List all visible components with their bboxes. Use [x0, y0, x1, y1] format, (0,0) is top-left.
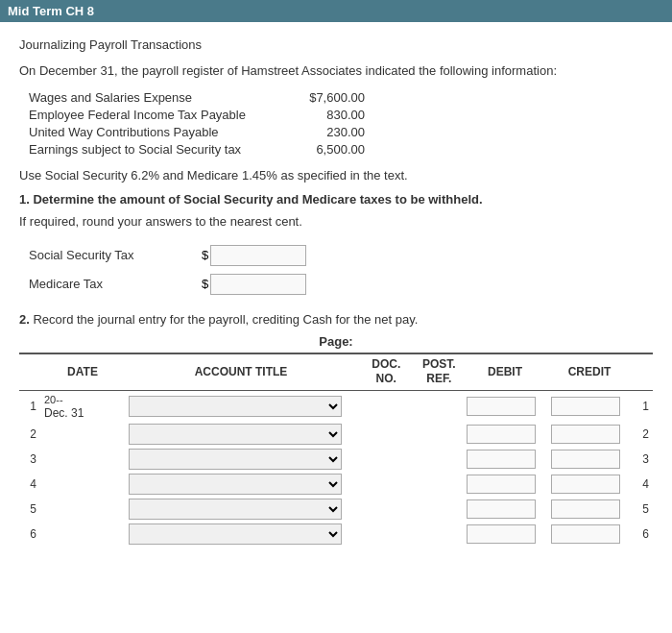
- account-title-cell[interactable]: [125, 390, 357, 422]
- intro-text: On December 31, the payroll register of …: [19, 61, 653, 81]
- col-credit-header: CREDIT: [547, 353, 632, 391]
- row-number-left: 1: [19, 390, 40, 422]
- question2-text: 2. Record the journal entry for the payr…: [19, 312, 653, 327]
- table-row: 66: [19, 522, 653, 547]
- payroll-row-1: Wages and Salaries Expense $7,600.00: [29, 90, 653, 105]
- doc-no-cell: [357, 472, 416, 497]
- payroll-value-3: 230.00: [278, 125, 365, 139]
- debit-cell[interactable]: [463, 390, 547, 422]
- debit-input[interactable]: [467, 450, 536, 469]
- credit-input[interactable]: [551, 475, 620, 494]
- row-number-left: 4: [19, 472, 40, 497]
- credit-input[interactable]: [551, 450, 620, 469]
- table-row: 44: [19, 472, 653, 497]
- date-day: Dec. 31: [44, 406, 84, 420]
- debit-input[interactable]: [467, 499, 536, 519]
- credit-cell[interactable]: [547, 472, 632, 497]
- col-post-header: POST. REF.: [416, 353, 464, 391]
- post-ref-cell: [416, 472, 464, 497]
- doc-no-cell: [357, 422, 416, 447]
- credit-cell[interactable]: [547, 497, 632, 522]
- payroll-label-3: United Way Contributions Payable: [29, 125, 278, 139]
- doc-no-cell: [357, 522, 416, 547]
- post-ref-cell: [416, 422, 464, 447]
- credit-input[interactable]: [551, 499, 620, 519]
- credit-input[interactable]: [551, 524, 620, 544]
- payroll-value-2: 830.00: [278, 108, 365, 122]
- table-row: 120--Dec. 311: [19, 390, 653, 422]
- debit-cell[interactable]: [463, 422, 547, 447]
- post-ref-cell: [416, 390, 464, 422]
- credit-input[interactable]: [551, 397, 620, 416]
- medicare-input[interactable]: [210, 274, 306, 295]
- date-cell: [40, 497, 125, 522]
- question1-text: 1. Determine the amount of Social Securi…: [19, 192, 653, 207]
- col-account-header: ACCOUNT TITLE: [125, 353, 357, 391]
- social-security-input[interactable]: [210, 245, 306, 266]
- social-security-label: Social Security Tax: [29, 248, 202, 262]
- account-title-cell[interactable]: [125, 497, 357, 522]
- debit-cell[interactable]: [463, 497, 547, 522]
- main-content: Journalizing Payroll Transactions On Dec…: [0, 22, 672, 633]
- account-title-cell[interactable]: [125, 472, 357, 497]
- journal-section: 2. Record the journal entry for the payr…: [19, 312, 653, 547]
- debit-input[interactable]: [467, 524, 536, 544]
- account-select[interactable]: [129, 499, 342, 520]
- credit-cell[interactable]: [547, 390, 632, 422]
- tax-input-section: Social Security Tax $ Medicare Tax $: [29, 245, 653, 295]
- section-title: Journalizing Payroll Transactions: [19, 37, 653, 52]
- credit-cell[interactable]: [547, 422, 632, 447]
- account-select[interactable]: [129, 396, 342, 417]
- account-title-cell[interactable]: [125, 522, 357, 547]
- row-number-left: 5: [19, 497, 40, 522]
- date-cell: [40, 422, 125, 447]
- debit-input[interactable]: [467, 425, 536, 444]
- date-cell: 20--Dec. 31: [40, 390, 125, 422]
- post-ref-cell: [416, 522, 464, 547]
- social-security-dollar: $: [202, 248, 208, 262]
- table-row: 55: [19, 497, 653, 522]
- payroll-label-2: Employee Federal Income Tax Payable: [29, 108, 278, 122]
- debit-input[interactable]: [467, 397, 536, 416]
- page-label: Page:: [19, 334, 653, 349]
- doc-no-cell: [357, 497, 416, 522]
- payroll-row-2: Employee Federal Income Tax Payable 830.…: [29, 108, 653, 122]
- credit-input[interactable]: [551, 425, 620, 444]
- date-cell: [40, 472, 125, 497]
- debit-cell[interactable]: [463, 522, 547, 547]
- debit-cell[interactable]: [463, 447, 547, 472]
- rounding-note: If required, round your answers to the n…: [19, 212, 653, 231]
- journal-table: DATE ACCOUNT TITLE DOC. NO. POST. REF. D: [19, 353, 653, 547]
- date-cell: [40, 447, 125, 472]
- row-number-right: 2: [632, 422, 653, 447]
- medicare-label: Medicare Tax: [29, 277, 202, 291]
- col-date-header: DATE: [40, 353, 125, 391]
- social-security-row: Social Security Tax $: [29, 245, 653, 266]
- payroll-label-1: Wages and Salaries Expense: [29, 90, 278, 105]
- debit-cell[interactable]: [463, 472, 547, 497]
- medicare-row: Medicare Tax $: [29, 274, 653, 295]
- col-doc-header: DOC. NO.: [357, 353, 416, 391]
- account-title-cell[interactable]: [125, 447, 357, 472]
- account-select[interactable]: [129, 523, 342, 545]
- account-select[interactable]: [129, 449, 342, 470]
- account-select[interactable]: [129, 424, 342, 445]
- date-cell: [40, 522, 125, 547]
- credit-cell[interactable]: [547, 447, 632, 472]
- account-select[interactable]: [129, 474, 342, 495]
- account-title-cell[interactable]: [125, 422, 357, 447]
- row-number-right: 3: [632, 447, 653, 472]
- row-number-right: 6: [632, 522, 653, 547]
- table-row: 33: [19, 447, 653, 472]
- row-number-right: 1: [632, 390, 653, 422]
- row-number-left: 3: [19, 447, 40, 472]
- title-bar-text: Mid Term CH 8: [8, 4, 94, 18]
- col-debit-header: DEBIT: [463, 353, 547, 391]
- debit-input[interactable]: [467, 475, 536, 494]
- row-number-right: 5: [632, 497, 653, 522]
- payroll-label-4: Earnings subject to Social Security tax: [29, 142, 278, 157]
- doc-no-cell: [357, 447, 416, 472]
- table-row: 22: [19, 422, 653, 447]
- credit-cell[interactable]: [547, 522, 632, 547]
- instruction-line: Use Social Security 6.2% and Medicare 1.…: [19, 166, 653, 185]
